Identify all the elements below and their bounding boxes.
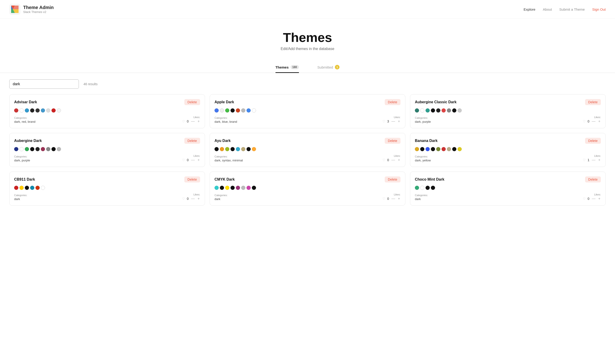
categories-label: Categories:: [14, 155, 30, 158]
main-nav: Explore About Submit a Theme Sign Out: [524, 7, 606, 11]
color-dots: [415, 186, 601, 190]
increase-likes-button[interactable]: +: [598, 158, 601, 162]
decrease-likes-button[interactable]: —: [591, 158, 596, 162]
increase-likes-button[interactable]: +: [197, 196, 200, 201]
likes-label: Likes:: [583, 116, 601, 118]
results-count: 46 results: [84, 82, 98, 86]
color-dot: [220, 186, 224, 190]
increase-likes-button[interactable]: +: [397, 158, 401, 162]
search-area: 46 results: [0, 73, 615, 89]
color-dot: [241, 108, 245, 113]
increase-likes-button[interactable]: +: [197, 119, 200, 123]
likes-label: Likes:: [583, 193, 601, 196]
tab-themes[interactable]: Themes 180: [276, 62, 299, 73]
card-header: Choco Mint Dark Delete: [415, 176, 601, 182]
card-footer: Categories: dark, red, brand Likes: ♡ 0 …: [14, 116, 200, 123]
color-dot: [452, 147, 456, 151]
nav-signout[interactable]: Sign Out: [592, 7, 606, 11]
likes-count: 0: [387, 158, 389, 162]
categories-label: Categories:: [14, 117, 35, 119]
card-title: Aubergine Classic Dark: [415, 100, 457, 104]
delete-button[interactable]: Delete: [385, 99, 401, 105]
delete-button[interactable]: Delete: [385, 138, 401, 144]
delete-button[interactable]: Delete: [184, 99, 200, 105]
nav-explore[interactable]: Explore: [524, 7, 535, 11]
likes-section: Likes: ♡ 1 — +: [583, 155, 601, 162]
color-dot: [46, 147, 50, 151]
color-dot: [14, 108, 18, 113]
delete-button[interactable]: Delete: [184, 176, 200, 182]
decrease-likes-button[interactable]: —: [191, 196, 195, 201]
heart-icon: ♡: [583, 158, 586, 162]
increase-likes-button[interactable]: +: [397, 196, 401, 201]
theme-card: Aubergine Classic Dark Delete Categories…: [410, 94, 606, 128]
logo-area: Theme Admin Slack Themes v2: [9, 4, 54, 15]
color-dot: [415, 108, 419, 113]
color-dot: [14, 147, 18, 151]
delete-button[interactable]: Delete: [184, 138, 200, 144]
delete-button[interactable]: Delete: [585, 138, 601, 144]
decrease-likes-button[interactable]: —: [391, 196, 396, 201]
categories-section: Categories: dark, yellow: [415, 155, 431, 162]
likes-count: 0: [588, 119, 589, 123]
nav-submit[interactable]: Submit a Theme: [559, 7, 585, 11]
color-dot: [41, 147, 45, 151]
decrease-likes-button[interactable]: —: [191, 119, 195, 123]
likes-section: Likes: ♡ 0 — +: [583, 193, 601, 201]
color-dot: [52, 147, 56, 151]
likes-label: Likes:: [182, 193, 200, 196]
likes-controls: ♡ 1 — +: [583, 158, 601, 162]
tab-submitted[interactable]: Submitted 1: [318, 62, 340, 73]
categories-label: Categories:: [415, 117, 431, 119]
heart-icon: ♡: [583, 197, 586, 201]
categories-section: Categories: dark, blue, brand: [214, 117, 237, 123]
delete-button[interactable]: Delete: [385, 176, 401, 182]
color-dot: [231, 147, 235, 151]
likes-label: Likes:: [182, 155, 200, 157]
decrease-likes-button[interactable]: —: [391, 158, 396, 162]
search-input[interactable]: [9, 79, 79, 89]
likes-label: Likes:: [182, 116, 200, 118]
heart-icon: ♡: [583, 119, 586, 123]
likes-controls: ♡ 0 — +: [583, 196, 601, 201]
nav-about[interactable]: About: [543, 7, 552, 11]
card-header: Aubergine Classic Dark Delete: [415, 99, 601, 105]
decrease-likes-button[interactable]: —: [591, 119, 596, 123]
increase-likes-button[interactable]: +: [197, 158, 200, 162]
card-title: CB911 Dark: [14, 177, 35, 182]
delete-button[interactable]: Delete: [585, 176, 601, 182]
cards-grid: Advisar Dark Delete Categories: dark, re…: [0, 89, 615, 215]
theme-card: Apple Dark Delete Categories: dark, blue…: [210, 94, 405, 128]
color-dot: [247, 147, 251, 151]
theme-card: Banana Dark Delete Categories: dark, yel…: [410, 133, 606, 167]
likes-controls: ♡ 0 — +: [382, 158, 401, 162]
decrease-likes-button[interactable]: —: [591, 196, 596, 201]
card-title: CMYK Dark: [214, 177, 235, 182]
increase-likes-button[interactable]: +: [397, 119, 401, 123]
color-dot: [426, 186, 430, 190]
card-title: Banana Dark: [415, 139, 438, 143]
color-dot: [252, 108, 256, 113]
page-title: Themes: [9, 30, 606, 45]
color-dot: [241, 186, 245, 190]
categories-value: dark: [415, 197, 428, 201]
decrease-likes-button[interactable]: —: [191, 158, 195, 162]
card-title: Apple Dark: [214, 100, 234, 104]
color-dot: [35, 147, 40, 151]
color-dot: [220, 108, 224, 113]
hero-section: Themes Edit/Add themes in the database: [0, 19, 615, 56]
logo-icon: [9, 4, 20, 15]
card-footer: Categories: dark, purple Likes: ♡ 0 — +: [415, 116, 601, 123]
decrease-likes-button[interactable]: —: [391, 119, 396, 123]
color-dot: [452, 108, 456, 113]
increase-likes-button[interactable]: +: [598, 119, 601, 123]
card-footer: Categories: dark, yellow Likes: ♡ 1 — +: [415, 155, 601, 162]
card-header: CMYK Dark Delete: [214, 176, 401, 182]
page-subtitle: Edit/Add themes in the database: [9, 47, 606, 51]
color-dot: [236, 186, 240, 190]
card-footer: Categories: dark Likes: ♡ 0 — +: [14, 193, 200, 201]
card-footer: Categories: dark, purple Likes: ♡ 0 — +: [14, 155, 200, 162]
theme-card: CB911 Dark Delete Categories: dark Likes…: [9, 172, 205, 206]
increase-likes-button[interactable]: +: [598, 196, 601, 201]
delete-button[interactable]: Delete: [585, 99, 601, 105]
